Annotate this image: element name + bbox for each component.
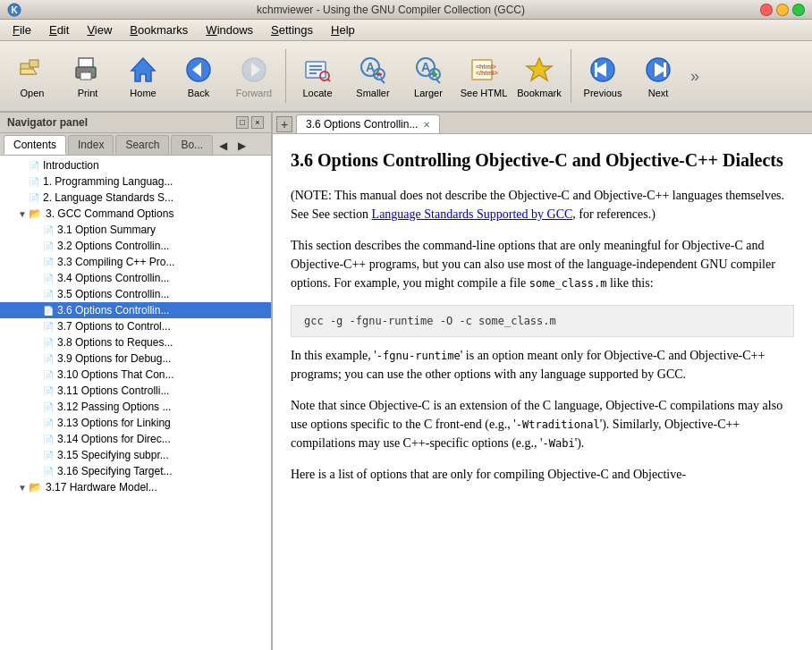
tree-item-s36[interactable]: 📄 3.6 Options Controllin... bbox=[0, 302, 271, 318]
nav-tab-next-arrow[interactable]: ▶ bbox=[233, 137, 250, 155]
paragraph-1: (NOTE: This manual does not describe the… bbox=[291, 186, 794, 224]
tree-item-s31[interactable]: 📄 3.1 Option Summary bbox=[0, 222, 271, 238]
bookmark-button[interactable]: Bookmark bbox=[512, 46, 566, 106]
maximize-button[interactable] bbox=[792, 4, 805, 16]
open-label: Open bbox=[21, 88, 45, 98]
tree-label-ch2: 2. Language Standards S... bbox=[43, 191, 173, 204]
tree-item-s316[interactable]: 📄 3.16 Specifying Target... bbox=[0, 463, 271, 479]
home-label: Home bbox=[130, 88, 156, 98]
tree-item-s34[interactable]: 📄 3.4 Options Controllin... bbox=[0, 270, 271, 286]
home-button[interactable]: Home bbox=[116, 46, 170, 106]
larger-button[interactable]: A A Larger bbox=[402, 46, 455, 106]
print-button[interactable]: Print bbox=[61, 46, 114, 106]
tree-expand-s35 bbox=[30, 290, 43, 300]
menu-settings[interactable]: Settings bbox=[262, 21, 322, 38]
content-tab-label: 3.6 Options Controllin... bbox=[306, 118, 418, 131]
paragraph-4: Note that since Objective-C is an extens… bbox=[291, 396, 794, 452]
close-button[interactable] bbox=[760, 4, 773, 16]
previous-button[interactable]: Previous bbox=[576, 46, 630, 106]
forward-button[interactable]: Forward bbox=[227, 46, 281, 106]
open-button[interactable]: Open bbox=[5, 46, 59, 106]
title-bar: K kchmviewer - Using the GNU Compiler Co… bbox=[0, 0, 812, 20]
tree-expand-s31 bbox=[30, 225, 43, 235]
tree-label-s317: 3.17 Hardware Model... bbox=[46, 481, 157, 494]
paragraph-3: In this example, '-fgnu-runtime' is an o… bbox=[291, 346, 794, 384]
nav-tree[interactable]: 📄 Introduction 📄 1. Programming Languag.… bbox=[0, 156, 271, 650]
menu-view[interactable]: View bbox=[78, 21, 121, 38]
menu-help[interactable]: Help bbox=[322, 21, 364, 38]
content-tab-active[interactable]: 3.6 Options Controllin... ✕ bbox=[296, 114, 440, 133]
new-tab-button[interactable]: + bbox=[276, 116, 292, 132]
tree-item-s317[interactable]: ▼ 📂 3.17 Hardware Model... bbox=[0, 479, 271, 495]
nav-panel-float-button[interactable]: □ bbox=[236, 116, 249, 129]
tree-expand-s38 bbox=[30, 338, 43, 348]
nav-panel-controls: □ × bbox=[236, 116, 264, 129]
tree-item-s38[interactable]: 📄 3.8 Options to Reques... bbox=[0, 334, 271, 350]
tab-index[interactable]: Index bbox=[68, 135, 114, 155]
tree-icon-s35: 📄 bbox=[43, 290, 54, 300]
tree-label-s36: 3.6 Options Controllin... bbox=[57, 304, 169, 317]
tree-item-s311[interactable]: 📄 3.11 Options Controlli... bbox=[0, 383, 271, 399]
larger-icon: A A bbox=[412, 54, 444, 86]
tree-item-s310[interactable]: 📄 3.10 Options That Con... bbox=[0, 367, 271, 383]
svg-line-18 bbox=[327, 79, 330, 81]
tree-item-s313[interactable]: 📄 3.13 Options for Linking bbox=[0, 415, 271, 431]
tree-icon-s36: 📄 bbox=[43, 306, 54, 316]
tree-icon-ch2: 📄 bbox=[29, 193, 39, 203]
menu-file[interactable]: File bbox=[4, 21, 40, 38]
home-icon bbox=[127, 54, 159, 86]
svg-rect-3 bbox=[30, 60, 38, 67]
inline-code-wtraditional: -Wtraditional bbox=[516, 418, 600, 431]
menu-bookmarks[interactable]: Bookmarks bbox=[121, 21, 197, 38]
tree-icon-ch1: 📄 bbox=[29, 177, 39, 187]
forward-label: Forward bbox=[236, 88, 272, 98]
print-label: Print bbox=[78, 88, 98, 98]
minimize-button[interactable] bbox=[776, 4, 789, 16]
nav-tabs: Contents Index Search Bo... ◀ ▶ bbox=[0, 133, 271, 156]
content-area: + 3.6 Options Controllin... ✕ 3.6 Option… bbox=[273, 113, 812, 650]
tree-label-s311: 3.11 Options Controlli... bbox=[57, 384, 169, 397]
tree-item-ch1[interactable]: 📄 1. Programming Languag... bbox=[0, 173, 271, 190]
tree-label-s38: 3.8 Options to Reques... bbox=[57, 336, 173, 349]
menu-edit[interactable]: Edit bbox=[40, 21, 78, 38]
tree-item-ch2[interactable]: 📄 2. Language Standards S... bbox=[0, 190, 271, 206]
tree-item-s314[interactable]: 📄 3.14 Options for Direc... bbox=[0, 431, 271, 447]
locate-button[interactable]: Locate bbox=[291, 46, 344, 106]
toolbar-separator-1 bbox=[285, 49, 286, 103]
tree-item-s315[interactable]: 📄 3.15 Specifying subpr... bbox=[0, 447, 271, 463]
next-button[interactable]: Next bbox=[631, 46, 685, 106]
toolbar-separator-2 bbox=[571, 49, 571, 103]
back-button[interactable]: Back bbox=[172, 46, 225, 106]
tab-search[interactable]: Search bbox=[115, 135, 169, 155]
tree-item-s32[interactable]: 📄 3.2 Options Controllin... bbox=[0, 238, 271, 254]
tree-item-s37[interactable]: 📄 3.7 Options to Control... bbox=[0, 318, 271, 334]
svg-marker-35 bbox=[527, 58, 552, 80]
tree-icon-s37: 📄 bbox=[43, 322, 54, 332]
smaller-icon: A A bbox=[357, 54, 389, 86]
menu-windows[interactable]: Windows bbox=[197, 21, 262, 38]
tree-icon-s33: 📄 bbox=[43, 257, 54, 267]
tab-bookmarks[interactable]: Bo... bbox=[171, 135, 213, 155]
tree-icon-s317: 📂 bbox=[29, 481, 42, 494]
lang-standards-link[interactable]: Language Standards Supported by GCC bbox=[372, 207, 573, 221]
toolbar-more[interactable]: » bbox=[687, 67, 703, 86]
bookmark-icon bbox=[523, 54, 555, 86]
tree-item-s312[interactable]: 📄 3.12 Passing Options ... bbox=[0, 399, 271, 415]
svg-line-29 bbox=[436, 80, 440, 83]
nav-panel-close-button[interactable]: × bbox=[251, 116, 264, 129]
smaller-button[interactable]: A A Smaller bbox=[346, 46, 400, 106]
tree-expand-s39 bbox=[30, 354, 43, 364]
tree-item-s39[interactable]: 📄 3.9 Options for Debug... bbox=[0, 350, 271, 367]
tree-item-s35[interactable]: 📄 3.5 Options Controllin... bbox=[0, 286, 271, 302]
code-block-1: gcc -g -fgnu-runtime -O -c some_class.m bbox=[291, 305, 794, 337]
see-html-button[interactable]: <html> </html> See HTML bbox=[457, 46, 511, 106]
tree-label-s314: 3.14 Options for Direc... bbox=[57, 433, 171, 445]
tree-expand-ch2 bbox=[16, 193, 29, 203]
nav-tab-prev-arrow[interactable]: ◀ bbox=[215, 137, 232, 155]
tab-contents[interactable]: Contents bbox=[4, 135, 66, 155]
tree-item-s33[interactable]: 📄 3.3 Compiling C++ Pro... bbox=[0, 254, 271, 270]
tree-icon-s313: 📄 bbox=[43, 418, 54, 428]
tree-item-ch3[interactable]: ▼ 📂 3. GCC Command Options bbox=[0, 206, 271, 222]
tree-item-introduction[interactable]: 📄 Introduction bbox=[0, 157, 271, 173]
content-tab-close-icon[interactable]: ✕ bbox=[423, 120, 430, 130]
